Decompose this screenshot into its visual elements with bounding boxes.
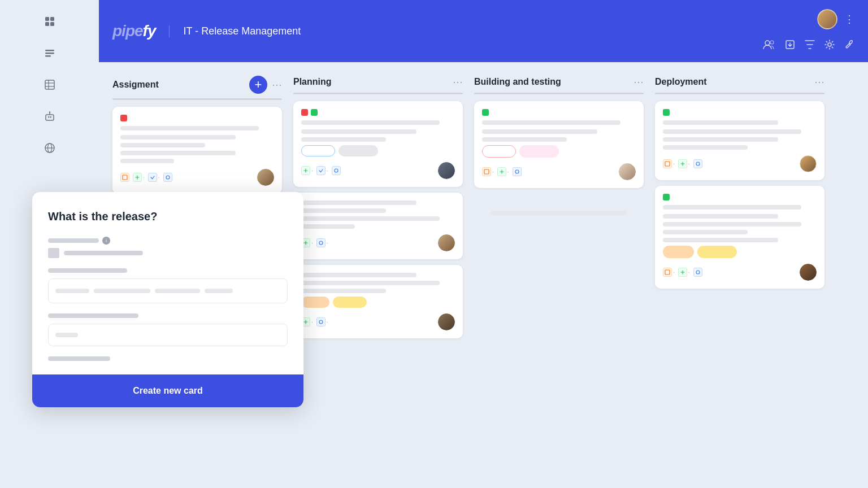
pill-yellow [333, 297, 367, 308]
icon-box [663, 159, 672, 168]
svg-rect-1 [50, 17, 54, 21]
column-underline-assignment [112, 98, 282, 100]
card[interactable]: · · [293, 101, 463, 187]
svg-rect-7 [45, 80, 54, 89]
modal-footer: Create new card [32, 374, 303, 407]
card-icon-item: · [133, 173, 145, 182]
card-line [663, 205, 801, 210]
card-icons: · · [301, 166, 341, 175]
column-more-button-planning[interactable]: ⋯ [453, 76, 463, 88]
card-line [301, 216, 440, 221]
form-image-row [48, 248, 288, 258]
form-label-row: i [48, 237, 288, 245]
svg-point-20 [770, 41, 774, 44]
column-underline-building [474, 93, 644, 94]
filter-icon[interactable] [805, 40, 815, 52]
form-label [48, 238, 99, 243]
logo: pipefy [112, 22, 155, 40]
card-line [663, 238, 778, 242]
card-icon-item: · [663, 268, 675, 277]
card-icon-item [163, 173, 172, 182]
wrench-icon[interactable] [844, 40, 854, 53]
card[interactable]: · · [655, 186, 824, 289]
svg-rect-0 [45, 17, 49, 21]
add-card-button-assignment[interactable]: + [249, 76, 267, 94]
card-line [120, 126, 259, 130]
modal-title: What is the release? [48, 210, 288, 223]
svg-rect-12 [48, 116, 50, 118]
input-placeholder [55, 289, 89, 293]
tag-red [301, 109, 308, 116]
card-avatar [257, 169, 274, 186]
column-more-button-building[interactable]: ⋯ [633, 76, 644, 88]
column-underline-planning [293, 93, 463, 94]
svg-point-19 [765, 41, 770, 45]
settings-icon[interactable] [824, 39, 835, 53]
card-icons: · · [663, 159, 702, 168]
card-line [482, 129, 597, 134]
card-avatar [800, 264, 817, 281]
column-deployment: Deployment ⋯ [655, 76, 824, 474]
svg-rect-5 [45, 53, 54, 54]
svg-point-24 [166, 176, 170, 179]
card-avatar [800, 155, 817, 172]
svg-rect-6 [45, 55, 51, 57]
card-line [301, 289, 386, 293]
empty-state [474, 194, 644, 232]
column-header-actions-planning: ⋯ [453, 76, 463, 88]
svg-point-15 [49, 111, 50, 112]
create-new-card-button[interactable]: Create new card [133, 386, 203, 396]
icon-box [316, 317, 326, 326]
card-footer: · · [301, 162, 455, 179]
card[interactable]: · · [293, 193, 463, 259]
column-underline-deployment [655, 93, 824, 94]
card-line [301, 137, 386, 142]
svg-rect-13 [50, 116, 51, 118]
card[interactable]: · · [474, 101, 644, 188]
column-header-actions: + ⋯ [249, 76, 282, 94]
column-planning: Planning ⋯ [293, 76, 463, 474]
sidebar-icon-bot[interactable] [40, 106, 60, 127]
card-icon-item [332, 166, 341, 175]
user-avatar[interactable] [817, 9, 837, 29]
image-icon [48, 248, 59, 258]
pills-row [482, 145, 636, 158]
header: pipefy IT - Release Management ⋮ [99, 0, 868, 62]
svg-point-31 [696, 162, 700, 165]
icon-box [316, 238, 326, 247]
user-menu-button[interactable]: ⋮ [844, 13, 854, 25]
pill [301, 145, 335, 156]
card-footer: · · [482, 163, 636, 180]
import-icon[interactable] [784, 39, 796, 53]
column-more-button-assignment[interactable]: ⋯ [272, 79, 282, 91]
column-more-button-deployment[interactable]: ⋯ [814, 76, 824, 88]
input-placeholder [205, 289, 233, 293]
sidebar-icon-table[interactable] [40, 75, 60, 95]
tag-green [482, 109, 489, 116]
form-input-1[interactable] [48, 278, 288, 303]
card-footer: · · [301, 313, 455, 330]
pill-orange [663, 246, 694, 258]
card[interactable]: · · [293, 265, 463, 338]
svg-rect-30 [665, 162, 670, 166]
members-icon[interactable] [763, 40, 775, 53]
card[interactable]: · · [655, 101, 824, 180]
card[interactable]: · · [112, 107, 282, 194]
svg-point-25 [335, 169, 338, 172]
icon-box [663, 268, 672, 277]
sidebar-icon-grid[interactable] [40, 11, 60, 32]
column-title-assignment: Assigment [112, 80, 159, 90]
sidebar-icon-list[interactable] [40, 43, 60, 63]
modal-body: What is the release? i [32, 192, 303, 374]
form-input-2[interactable] [48, 324, 288, 346]
form-section-label [48, 313, 138, 318]
card-footer: · · [120, 169, 274, 186]
icon-box [163, 173, 172, 182]
sidebar-icon-globe[interactable] [40, 138, 60, 158]
svg-rect-11 [46, 115, 54, 120]
input-placeholder [94, 289, 150, 293]
icon-box [301, 166, 310, 175]
card-icon-item: · [497, 167, 509, 176]
column-title-building: Building and testing [474, 77, 561, 87]
card-line [663, 129, 801, 134]
